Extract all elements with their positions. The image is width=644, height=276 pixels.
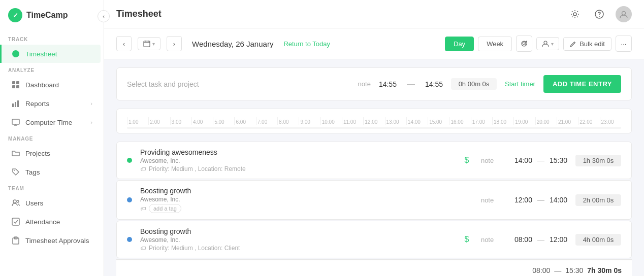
- entry-info: Boosting growth Awesome, Inc. 🏷 Priority…: [140, 227, 453, 252]
- sidebar-item-computer-time[interactable]: Computer Time ›: [3, 113, 101, 131]
- entry-tag-text: Priority: Medium , Location: Client: [149, 245, 240, 252]
- calendar-picker-button[interactable]: ▾: [138, 37, 160, 50]
- hour-21: 21:00: [557, 117, 578, 125]
- more-options-button[interactable]: ···: [616, 36, 632, 52]
- help-button[interactable]: [591, 6, 607, 22]
- question-icon: [594, 9, 604, 19]
- chart-icon: [11, 99, 20, 108]
- start-timer-button[interactable]: Start timer: [505, 80, 535, 88]
- sidebar-item-label: Reports: [25, 100, 49, 108]
- add-tag-button[interactable]: add a tag: [149, 204, 181, 213]
- entry-times: 12:00 — 14:00: [514, 196, 567, 204]
- team-section-label: TEAM: [0, 182, 104, 193]
- day-view-button[interactable]: Day: [445, 37, 474, 51]
- prev-day-button[interactable]: ‹: [116, 36, 132, 51]
- entry-title: Boosting growth: [140, 187, 453, 195]
- content-area: Select task and project note 14:55 — 14:…: [104, 59, 644, 276]
- next-day-button[interactable]: ›: [167, 36, 182, 51]
- sidebar-item-timesheet-approvals[interactable]: Timesheet Approvals: [3, 231, 101, 250]
- sidebar-section-manage: MANAGE Projects Tags: [0, 132, 104, 182]
- entry-note: note: [481, 236, 506, 244]
- entry-info: Boosting growth Awesome, Inc. 🏷 add a ta…: [140, 187, 453, 213]
- svg-point-19: [622, 11, 626, 15]
- sidebar-item-label: Projects: [25, 150, 50, 157]
- entry-start-time[interactable]: 12:00: [514, 196, 532, 204]
- add-time-entry-button[interactable]: ADD TIME ENTRY: [543, 75, 621, 93]
- entry-company: Awesome, Inc.: [140, 157, 453, 164]
- svg-point-10: [14, 170, 15, 171]
- logo-icon: ✓: [8, 8, 22, 22]
- current-date: Wednesday, 26 January: [192, 40, 273, 48]
- sidebar-item-label: Computer Time: [25, 119, 72, 126]
- hour-17: 17:00: [471, 117, 492, 125]
- person-filter-button[interactable]: ▾: [536, 37, 559, 50]
- bulk-edit-label: Bulk edit: [579, 40, 605, 48]
- sidebar-item-timesheet[interactable]: Timesheet: [0, 45, 101, 63]
- analyze-section-label: ANALYZE: [0, 63, 104, 75]
- folder-icon: [11, 149, 20, 158]
- summary-end-time: 15:30: [565, 266, 583, 274]
- summary-total: 7h 30m 0s: [587, 266, 622, 274]
- chevron-right-icon: ›: [90, 119, 92, 125]
- entry-duration: 2h 00m 0s: [575, 194, 621, 206]
- entry-start-time[interactable]: 14:00: [514, 156, 532, 164]
- billable-icon: $: [461, 235, 473, 244]
- entry-title: Boosting growth: [140, 227, 453, 235]
- chevron-down-icon: ▾: [551, 41, 554, 47]
- entry-note: note: [481, 157, 506, 164]
- sidebar-item-dashboard[interactable]: Dashboard: [3, 76, 101, 94]
- sidebar-item-projects[interactable]: Projects: [3, 144, 101, 162]
- sidebar-item-label: Timesheet: [25, 50, 57, 58]
- svg-rect-0: [12, 81, 15, 84]
- sidebar-collapse-button[interactable]: ‹: [98, 10, 110, 22]
- entry-end-time[interactable]: 15:30: [550, 156, 567, 164]
- toolbar-right: Day Week ▾ Bulk edit ···: [445, 36, 632, 52]
- sidebar-item-tags[interactable]: Tags: [3, 163, 101, 181]
- track-section-label: TRACK: [0, 32, 104, 44]
- timeline-bar: [127, 127, 621, 129]
- svg-rect-2: [12, 85, 15, 88]
- user-icon: [619, 10, 628, 19]
- sidebar-item-attendance[interactable]: Attendance: [3, 213, 101, 231]
- person-icon: [542, 40, 549, 47]
- entry-end-time[interactable]: 14:00: [550, 196, 567, 204]
- sidebar-section-track: TRACK Timesheet: [0, 32, 104, 63]
- sidebar-item-reports[interactable]: Reports ›: [3, 94, 101, 113]
- table-row: Boosting growth Awesome, Inc. 🏷 add a ta…: [116, 180, 632, 220]
- check-square-icon: [11, 217, 20, 226]
- entry-start-time[interactable]: 08:00: [514, 235, 532, 244]
- entry-title: Providing awesomeness: [140, 148, 453, 156]
- sidebar-section-analyze: ANALYZE Dashboard Reports › Computer Tim…: [0, 63, 104, 132]
- gear-icon: [570, 9, 580, 19]
- hour-23: 23:00: [600, 117, 621, 125]
- return-to-today-button[interactable]: Return to Today: [283, 40, 330, 48]
- settings-button[interactable]: [567, 6, 583, 22]
- hour-5: 5:00: [213, 117, 234, 125]
- sidebar-item-label: Attendance: [25, 218, 60, 226]
- main-content: Timesheet ‹ ▾ › Wednesday, 26 January Re…: [104, 0, 644, 276]
- avatar: [616, 6, 632, 22]
- calendar-chevron-icon: ▾: [152, 41, 155, 47]
- hour-10: 10:00: [320, 117, 342, 125]
- summary-dash: —: [554, 266, 561, 274]
- hour-3: 3:00: [170, 117, 191, 125]
- hour-19: 19:00: [513, 117, 535, 125]
- hour-6: 6:00: [234, 117, 255, 125]
- add-entry-end-time[interactable]: 14:55: [425, 80, 443, 88]
- hour-1: 1:00: [127, 117, 148, 125]
- refresh-button[interactable]: [516, 36, 532, 52]
- svg-point-16: [573, 13, 576, 16]
- calendar-icon: [143, 40, 150, 47]
- sidebar-item-label: Dashboard: [25, 81, 59, 89]
- week-view-button[interactable]: Week: [478, 37, 512, 51]
- add-entry-start-time[interactable]: 14:55: [379, 80, 397, 88]
- entry-end-time[interactable]: 12:00: [550, 235, 567, 244]
- entry-company: Awesome, Inc.: [140, 196, 453, 203]
- sidebar-item-users[interactable]: Users: [3, 194, 101, 212]
- bulk-edit-button[interactable]: Bulk edit: [563, 37, 611, 51]
- clipboard-icon: [11, 236, 20, 245]
- circle-icon: [11, 49, 20, 58]
- manage-section-label: MANAGE: [0, 132, 104, 144]
- hour-7: 7:00: [256, 117, 277, 125]
- entry-tag-text: Priority: Medium , Location: Remote: [149, 165, 246, 172]
